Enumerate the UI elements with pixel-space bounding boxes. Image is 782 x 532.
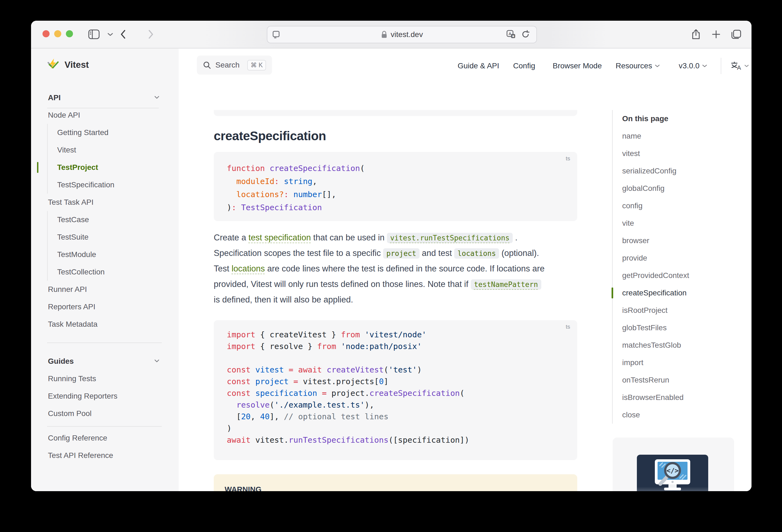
vitest-logo-icon <box>46 58 60 71</box>
toc-item-vitest[interactable]: vitest <box>622 145 743 162</box>
toc-item-browser[interactable]: browser <box>622 232 743 249</box>
chevron-down-icon <box>154 359 159 363</box>
sidebar-item-testcase[interactable]: TestCase <box>48 211 179 228</box>
svg-text:A: A <box>737 64 741 71</box>
toc-item-matchestestglob[interactable]: matchesTestGlob <box>622 336 743 354</box>
close-window-button[interactable] <box>42 30 49 37</box>
minimize-window-button[interactable] <box>54 30 61 37</box>
sidebar-item-testsuite[interactable]: TestSuite <box>48 228 179 246</box>
sidebar-item-runner-api[interactable]: Runner API <box>31 281 179 298</box>
toc-item-ontestsrerun[interactable]: onTestsRerun <box>622 371 743 389</box>
inline-link[interactable]: test specification <box>249 233 311 242</box>
inline-code-link[interactable]: testNamePattern <box>471 279 541 290</box>
code-line: ) <box>227 423 569 434</box>
sidebar-item-extending-reporters[interactable]: Extending Reporters <box>31 387 179 405</box>
text-segment: Test <box>214 264 232 273</box>
page-title: createSpecification <box>214 129 326 143</box>
chevron-down-icon[interactable] <box>107 21 114 48</box>
vitest-logo[interactable]: Vitest <box>46 58 89 71</box>
sidebar-item-vitest[interactable]: Vitest <box>48 141 179 159</box>
paragraph-line: provided, Vitest will only run tests def… <box>214 276 595 292</box>
toc-item-isbrowserenabled[interactable]: isBrowserEnabled <box>622 389 743 406</box>
inline-link[interactable]: locations <box>232 264 265 273</box>
search-shortcut: ⌘ K <box>247 60 266 71</box>
nav-dropdown-version[interactable]: v3.0.0 <box>679 57 707 75</box>
sidebar-item-custom-pool[interactable]: Custom Pool <box>31 405 179 422</box>
page-content: Vitest APINode APIGetting StartedVitestT… <box>31 48 751 491</box>
sidebar-item-testcollection[interactable]: TestCollection <box>48 263 179 281</box>
reload-icon[interactable] <box>521 30 530 39</box>
code-line: import { resolve } from 'node:path/posix… <box>227 341 569 352</box>
chevron-down-icon <box>744 64 749 68</box>
text-segment: Specification scopes the test file to a … <box>214 248 383 258</box>
description-paragraph: Create a test specification that can be … <box>214 230 595 307</box>
back-icon[interactable] <box>118 21 129 48</box>
new-tab-icon[interactable] <box>710 21 722 48</box>
language-icon[interactable]: A <box>731 57 749 75</box>
code-block-example: ts import { createVitest } from 'vitest/… <box>214 320 577 460</box>
sidebar-item-task-metadata[interactable]: Task Metadata <box>31 316 179 333</box>
sidebar-item-testmodule[interactable]: TestModule <box>48 246 179 263</box>
text-segment: that can be used in <box>311 233 387 242</box>
toc-item-config[interactable]: config <box>622 197 743 215</box>
translate-icon[interactable]: A✱ <box>506 30 516 39</box>
maximize-window-button[interactable] <box>66 30 73 37</box>
page-format-icon[interactable] <box>272 30 280 39</box>
paragraph-line: Test locations are code lines where the … <box>214 261 595 276</box>
toc-item-close[interactable]: close <box>622 406 743 424</box>
code-line: const project = vitest.projects[0] <box>227 376 569 387</box>
text-segment: provided, Vitest will only run tests def… <box>214 279 471 289</box>
share-icon[interactable] <box>690 21 702 48</box>
sidebar-section-guides[interactable]: Guides <box>31 353 179 370</box>
nav-link-config[interactable]: Config <box>513 57 535 75</box>
sidebar-item-reporters-api[interactable]: Reporters API <box>31 298 179 316</box>
sidebar-item-running-tests[interactable]: Running Tests <box>31 370 179 387</box>
paragraph-line: is defined, then it will also be applied… <box>214 292 595 307</box>
toc-item-vite[interactable]: vite <box>622 215 743 232</box>
sidebar-item-test-api-reference[interactable]: Test API Reference <box>31 447 179 464</box>
toc-item-globtestfiles[interactable]: globTestFiles <box>622 319 743 336</box>
code-line: ): TestSpecification <box>227 201 569 214</box>
code-line: import { createVitest } from 'vitest/nod… <box>227 329 569 341</box>
sponsor-card[interactable]: </> <box>613 437 734 491</box>
toc-item-isrootproject[interactable]: isRootProject <box>622 302 743 319</box>
address-bar[interactable]: vitest.dev A✱ <box>267 26 537 43</box>
forward-icon[interactable] <box>145 21 156 48</box>
toc-item-import[interactable]: import <box>622 354 743 371</box>
sidebar-item-getting-started[interactable]: Getting Started <box>48 124 179 141</box>
toc-item-createspecification[interactable]: createSpecification <box>622 284 743 302</box>
text-segment: and test <box>420 248 455 258</box>
sidebar-item-node-api[interactable]: Node API <box>31 106 179 124</box>
paragraph-line: Create a test specification that can be … <box>214 230 595 245</box>
toc-title: On this page <box>622 110 743 128</box>
toc-item-serializedconfig[interactable]: serializedConfig <box>622 162 743 180</box>
sidebar-item-test-task-api[interactable]: Test Task API <box>31 193 179 211</box>
previous-code-block-tail <box>214 110 577 116</box>
toc-item-provide[interactable]: provide <box>622 249 743 267</box>
toc-item-getprovidedcontext[interactable]: getProvidedContext <box>622 267 743 284</box>
sidebar-item-testproject[interactable]: TestProject <box>48 159 179 176</box>
search-button[interactable]: Search ⌘ K <box>197 56 272 75</box>
code-line: const specification = project.createSpec… <box>227 387 569 399</box>
svg-text:</>: </> <box>666 467 679 474</box>
url-text: vitest.dev <box>391 30 423 39</box>
tabs-overview-icon[interactable] <box>730 21 743 48</box>
search-label: Search <box>215 61 240 69</box>
warning-callout: WARNING createSpecification expects reso… <box>214 474 577 491</box>
sidebar-item-config-reference[interactable]: Config Reference <box>31 429 179 447</box>
sidebar-divider <box>47 343 162 343</box>
sidebar-toggle-icon[interactable] <box>88 21 100 48</box>
nav-link-browser-mode[interactable]: Browser Mode <box>553 57 602 75</box>
text-segment: (optional). <box>499 248 539 258</box>
sidebar: Vitest APINode APIGetting StartedVitestT… <box>31 48 179 491</box>
sidebar-section-api[interactable]: API <box>31 89 179 106</box>
svg-text:A: A <box>509 31 511 36</box>
toc-item-globalconfig[interactable]: globalConfig <box>622 180 743 197</box>
code-line <box>227 352 569 364</box>
sidebar-item-testspecification[interactable]: TestSpecification <box>48 176 179 193</box>
toc-item-name[interactable]: name <box>622 128 743 145</box>
nav-dropdown-resources[interactable]: Resources <box>616 57 660 75</box>
inline-code-link[interactable]: vitest.runTestSpecifications <box>387 233 513 243</box>
vitest-logo-text: Vitest <box>65 60 89 70</box>
nav-link-guide-api[interactable]: Guide & API <box>458 57 499 75</box>
